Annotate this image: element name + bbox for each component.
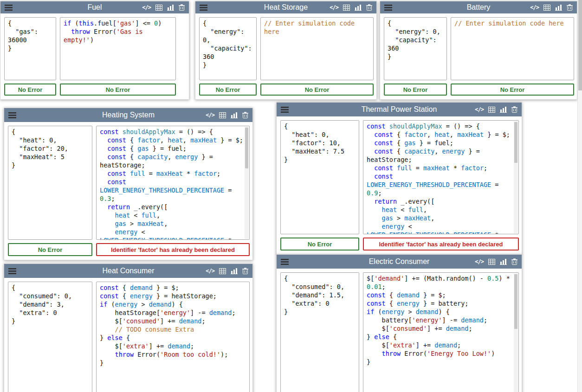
code-editor[interactable]: // Enter simulation code here <box>451 17 574 80</box>
state-status-badge: No Error <box>384 84 447 96</box>
panel-header: Electric Consumer </> <box>277 255 522 269</box>
state-editor[interactable]: { "gas": 36000 } <box>4 17 56 80</box>
state-editor[interactable]: { "heat": 0, "factor": 10, "maxHeat": 7.… <box>280 120 359 234</box>
table-view-icon[interactable] <box>488 107 495 113</box>
panel-header: Thermal Power Station </> <box>277 103 522 116</box>
chart-view-icon[interactable] <box>167 5 174 11</box>
scrollbar-thumb[interactable] <box>245 128 248 168</box>
code-scrollbar[interactable] <box>514 273 518 392</box>
page-scrollbar[interactable] <box>577 0 582 392</box>
panel-header: Heating System </> <box>4 108 252 122</box>
code-editor[interactable]: $['demand'] += (Math.random() - 0.5) * 0… <box>363 272 519 392</box>
code-status-badge: Identifier 'factor' has already been dec… <box>96 243 250 256</box>
panel-header: Battery </> <box>380 1 577 13</box>
table-view-icon[interactable] <box>543 5 550 11</box>
panel-battery: Battery </> { "energy": 0, "capacity": 3… <box>380 1 577 100</box>
code-content: $['demand'] += (Math.random() - 0.5) * 0… <box>363 273 518 367</box>
table-view-icon[interactable] <box>488 259 495 265</box>
panel-title: Battery <box>467 3 491 12</box>
code-scrollbar[interactable] <box>514 121 518 233</box>
panel-heating-system: Heating System </> { "heat": 0, "factor"… <box>4 108 253 260</box>
code-view-icon[interactable]: </> <box>530 5 539 10</box>
delete-icon[interactable] <box>242 268 248 274</box>
header-actions: </> <box>475 106 517 113</box>
header-actions: </> <box>475 258 517 265</box>
header-actions: </> <box>206 268 248 274</box>
panel-title: Heat Consumer <box>102 267 154 275</box>
panel-fuel: Fuel </> { "gas": 36000 } if (this.fuel[… <box>0 1 189 100</box>
menu-icon[interactable] <box>5 5 13 11</box>
simulation-dashboard: { "colors": { "header_bg": "#6b8096", "o… <box>0 0 582 392</box>
chart-view-icon[interactable] <box>555 5 562 11</box>
chart-view-icon[interactable] <box>500 259 507 265</box>
delete-icon[interactable] <box>179 4 185 11</box>
panel-body: { "energy": 0, "capacity": 360 } // Ente… <box>195 13 376 99</box>
code-view-icon[interactable]: </> <box>475 259 484 264</box>
table-view-icon[interactable] <box>155 5 162 11</box>
panel-body: { "consumed": 0, "demand": 3, "extra": 0… <box>4 278 252 392</box>
code-editor[interactable]: const shouldApplyMax = () => { const { f… <box>96 126 250 240</box>
panel-body: { "energy": 0, "capacity": 360 } // Ente… <box>380 13 577 99</box>
code-content: const shouldApplyMax = () => { const { f… <box>97 126 249 240</box>
code-content: if (this.fuel['gas'] <= 0) throw Error('… <box>60 18 175 45</box>
state-editor[interactable]: { "consumed": 0, "demand": 3, "extra": 0… <box>8 282 92 392</box>
menu-icon[interactable] <box>8 112 16 118</box>
menu-icon[interactable] <box>8 268 16 274</box>
page-scrollbar-thumb[interactable] <box>578 0 582 90</box>
state-editor[interactable]: { "energy": 0, "capacity": 360 } <box>384 17 447 80</box>
header-actions: </> <box>206 112 248 118</box>
table-view-icon[interactable] <box>219 268 226 274</box>
code-editor[interactable]: const shouldApplyMax = () => { const { f… <box>363 120 519 234</box>
panel-body: { "heat": 0, "factor": 20, "maxHeat": 5 … <box>4 122 252 260</box>
code-editor[interactable]: // Enter simulation code here <box>260 17 374 80</box>
table-view-icon[interactable] <box>343 5 350 11</box>
code-view-icon[interactable]: </> <box>475 107 484 112</box>
chart-view-icon[interactable] <box>231 112 238 118</box>
menu-icon[interactable] <box>281 259 289 265</box>
code-view-icon[interactable]: </> <box>142 5 151 10</box>
code-content: const { demand } = $; const { energy } =… <box>97 282 249 368</box>
chart-view-icon[interactable] <box>355 5 362 11</box>
code-content: // Enter simulation code here <box>261 18 373 37</box>
delete-icon[interactable] <box>242 112 248 118</box>
code-view-icon[interactable]: </> <box>206 112 214 118</box>
code-view-icon[interactable]: </> <box>206 268 214 274</box>
panel-electric-consumer: Electric Consumer </> { "consumed": 0, "… <box>276 254 522 392</box>
code-view-icon[interactable]: </> <box>330 5 338 10</box>
delete-icon[interactable] <box>366 4 372 11</box>
panel-heat-storage: Heat Storage </> { "energy": 0, "capacit… <box>195 1 377 100</box>
menu-icon[interactable] <box>281 107 289 113</box>
state-editor[interactable]: { "energy": 0, "capacity": 360 } <box>199 17 257 80</box>
code-status-badge: Identifier 'factor' has already been dec… <box>363 238 519 251</box>
code-status-badge: No Error <box>451 84 574 96</box>
delete-icon[interactable] <box>567 4 573 11</box>
panel-body: { "heat": 0, "factor": 10, "maxHeat": 7.… <box>277 116 522 254</box>
state-status-badge: No Error <box>8 243 92 256</box>
panel-title: Heating System <box>102 111 155 119</box>
panel-body: { "consumed": 0, "demand": 1.5, "extra":… <box>277 269 522 392</box>
code-editor[interactable]: if (this.fuel['gas'] <= 0) throw Error('… <box>60 17 176 80</box>
panel-body: { "gas": 36000 } if (this.fuel['gas'] <=… <box>0 13 189 99</box>
panel-thermal-power-station: Thermal Power Station </> { "heat": 0, "… <box>276 102 522 255</box>
delete-icon[interactable] <box>511 258 517 265</box>
state-editor[interactable]: { "heat": 0, "factor": 20, "maxHeat": 5 … <box>8 126 92 240</box>
state-editor[interactable]: { "consumed": 0, "demand": 1.5, "extra":… <box>280 272 359 392</box>
code-status-badge: No Error <box>60 84 176 96</box>
delete-icon[interactable] <box>511 106 517 113</box>
menu-icon[interactable] <box>384 5 392 11</box>
panel-header: Heat Storage </> <box>195 1 376 13</box>
header-actions: </> <box>330 4 372 11</box>
chart-view-icon[interactable] <box>231 268 238 274</box>
chart-view-icon[interactable] <box>500 107 507 113</box>
scrollbar-thumb[interactable] <box>514 274 517 329</box>
menu-icon[interactable] <box>200 5 207 11</box>
scrollbar-thumb[interactable] <box>514 122 517 163</box>
state-status-badge: No Error <box>4 84 56 96</box>
code-content: const shouldApplyMax = () => { const { f… <box>363 121 518 234</box>
code-editor[interactable]: const { demand } = $; const { energy } =… <box>96 282 250 392</box>
panel-heat-consumer: Heat Consumer </> { "consumed": 0, "dema… <box>4 263 253 392</box>
panel-title: Thermal Power Station <box>362 105 437 114</box>
table-view-icon[interactable] <box>219 112 226 118</box>
code-scrollbar[interactable] <box>245 127 249 239</box>
panel-title: Electric Consumer <box>369 257 430 266</box>
